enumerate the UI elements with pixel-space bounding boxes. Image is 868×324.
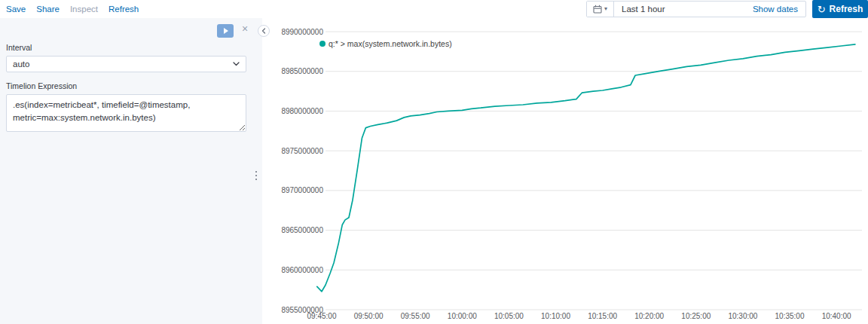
inspect-link[interactable]: Inspect: [70, 5, 98, 14]
svg-text:10:30:00: 10:30:00: [728, 312, 757, 320]
chevron-left-icon: [261, 28, 266, 34]
interval-select[interactable]: auto: [6, 56, 246, 72]
svg-text:8975000000: 8975000000: [281, 147, 323, 155]
svg-text:8965000000: 8965000000: [281, 226, 323, 234]
svg-text:10:20:00: 10:20:00: [634, 312, 664, 320]
time-range-value[interactable]: Last 1 hour: [614, 5, 753, 14]
chart-legend[interactable]: q:* > max(system.network.in.bytes): [319, 39, 452, 48]
legend-series-label: q:* > max(system.network.in.bytes): [329, 39, 452, 48]
timelion-expression-input[interactable]: .es(index=metricbeat*, timefield=@timest…: [6, 94, 246, 132]
close-editor-button[interactable]: ×: [238, 22, 252, 35]
play-icon: [224, 28, 228, 34]
refresh-icon: ↻: [818, 5, 826, 14]
top-navigation-bar: Save Share Inspect Refresh ▾ Last 1 hour…: [0, 0, 868, 18]
refresh-button-label: Refresh: [830, 4, 863, 14]
chevron-down-icon: [233, 62, 240, 66]
legend-series-dot: [319, 41, 326, 47]
interval-selected-value: auto: [13, 60, 233, 69]
svg-text:10:10:00: 10:10:00: [541, 312, 570, 320]
quick-select-button[interactable]: ▾: [587, 2, 614, 17]
calendar-icon: [593, 5, 602, 14]
svg-text:10:25:00: 10:25:00: [681, 312, 711, 320]
chart-area: 8990000000898500000089800000008975000000…: [262, 18, 868, 324]
svg-text:8960000000: 8960000000: [281, 266, 323, 274]
super-date-picker: ▾ Last 1 hour Show dates: [586, 1, 806, 17]
refresh-link[interactable]: Refresh: [108, 5, 139, 14]
svg-text:8980000000: 8980000000: [281, 107, 323, 115]
svg-text:10:05:00: 10:05:00: [494, 312, 524, 320]
svg-text:09:55:00: 09:55:00: [401, 312, 430, 320]
line-chart-plot: 8990000000898500000089800000008975000000…: [262, 18, 868, 324]
collapse-panel-button[interactable]: [258, 25, 270, 37]
svg-text:10:00:00: 10:00:00: [448, 312, 477, 320]
svg-text:09:50:00: 09:50:00: [354, 312, 384, 320]
svg-text:8970000000: 8970000000: [281, 186, 323, 194]
svg-text:8990000000: 8990000000: [281, 28, 323, 36]
svg-text:09:45:00: 09:45:00: [307, 312, 337, 320]
timelion-expression-label: Timelion Expression: [6, 81, 246, 90]
svg-text:10:15:00: 10:15:00: [588, 312, 617, 320]
show-dates-link[interactable]: Show dates: [753, 5, 805, 14]
svg-text:10:35:00: 10:35:00: [775, 312, 805, 320]
time-picker-group: ▾ Last 1 hour Show dates ↻ Refresh: [586, 0, 868, 18]
save-link[interactable]: Save: [6, 5, 26, 14]
svg-text:8985000000: 8985000000: [281, 67, 323, 75]
timelion-editor-panel: × Interval auto Timelion Expression .es(…: [0, 18, 262, 324]
run-expression-button[interactable]: [217, 24, 234, 38]
toolbar-links: Save Share Inspect Refresh: [6, 5, 139, 14]
refresh-button[interactable]: ↻ Refresh: [812, 0, 868, 18]
svg-text:10:40:00: 10:40:00: [822, 312, 851, 320]
chevron-down-icon: ▾: [604, 6, 607, 12]
editor-form: Interval auto Timelion Expression .es(in…: [0, 43, 262, 135]
panel-resize-handle[interactable]: [254, 171, 258, 183]
share-link[interactable]: Share: [36, 5, 60, 14]
interval-label: Interval: [6, 43, 246, 52]
